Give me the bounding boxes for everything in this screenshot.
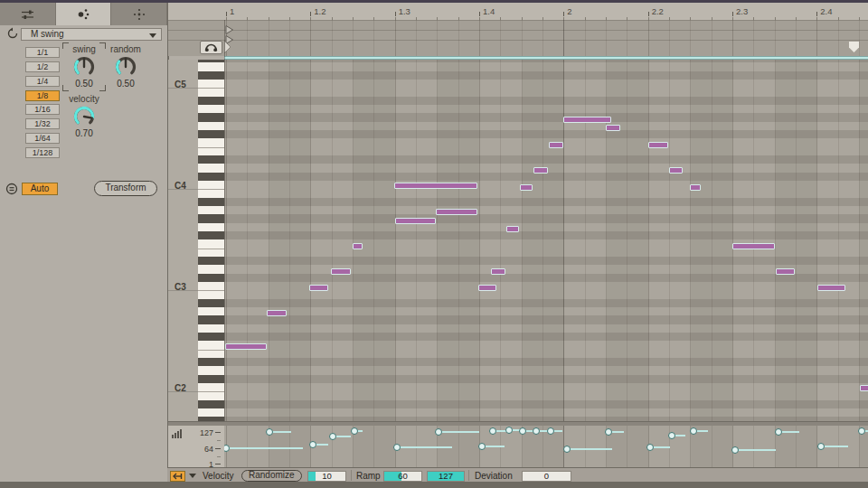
grid-rate-1-16[interactable]: 1/16 xyxy=(25,104,60,115)
midi-note[interactable] xyxy=(309,285,328,291)
piano-key-black[interactable] xyxy=(198,155,224,164)
loop-start-marker[interactable] xyxy=(224,41,231,57)
lane-select-dropdown[interactable] xyxy=(189,474,196,478)
velocity-marker[interactable] xyxy=(266,428,273,436)
velocity-marker[interactable] xyxy=(224,445,230,452)
piano-key-black[interactable] xyxy=(198,333,224,341)
tool-reset-icon[interactable] xyxy=(6,27,19,43)
auto-seed-icon[interactable] xyxy=(5,183,18,199)
scrub-loop-area[interactable] xyxy=(168,20,868,56)
velocity-marker[interactable] xyxy=(646,444,654,451)
transform-button[interactable]: Transform xyxy=(94,181,157,196)
midi-note[interactable] xyxy=(860,385,868,391)
midi-note[interactable] xyxy=(353,243,363,249)
midi-note[interactable] xyxy=(648,142,668,148)
velocity-marker[interactable] xyxy=(563,446,571,453)
midi-note[interactable] xyxy=(478,285,496,291)
piano-key-black[interactable] xyxy=(198,60,224,62)
velocity-marker[interactable] xyxy=(668,432,675,439)
randomize-amount-field[interactable]: 10 xyxy=(307,471,346,482)
midi-note[interactable] xyxy=(331,268,351,275)
midi-note[interactable] xyxy=(491,268,505,275)
midi-note[interactable] xyxy=(436,209,477,215)
velocity-marker[interactable] xyxy=(435,428,442,436)
transform-tool-row: M swing xyxy=(0,27,167,42)
knob-random[interactable]: random 0.50 xyxy=(100,44,151,89)
midi-note[interactable] xyxy=(817,285,845,291)
piano-key-black[interactable] xyxy=(198,97,224,105)
piano-key-black[interactable] xyxy=(198,274,224,282)
velocity-marker[interactable] xyxy=(351,427,358,435)
preview-headphone-button[interactable] xyxy=(200,41,222,54)
velocity-marker[interactable] xyxy=(393,444,401,451)
velocity-marker[interactable] xyxy=(690,427,697,435)
piano-key-black[interactable] xyxy=(198,400,224,408)
auto-button[interactable]: Auto xyxy=(22,183,58,195)
midi-note[interactable] xyxy=(732,243,775,249)
velocity-marker[interactable] xyxy=(329,433,336,440)
velocity-marker[interactable] xyxy=(547,427,554,435)
piano-key-black[interactable] xyxy=(198,198,224,206)
grid-rate-1-4[interactable]: 1/4 xyxy=(25,76,60,87)
velocity-lane[interactable] xyxy=(224,426,868,467)
piano-key-black[interactable] xyxy=(198,113,224,121)
grid-rate-1-1[interactable]: 1/1 xyxy=(25,47,60,58)
midi-note[interactable] xyxy=(267,310,287,316)
piano-key-black[interactable] xyxy=(198,214,224,222)
midi-note[interactable] xyxy=(669,167,683,174)
tab-generate[interactable] xyxy=(111,3,167,25)
deviation-field[interactable]: 0 xyxy=(522,471,571,482)
piano-keyboard[interactable] xyxy=(198,60,224,421)
ramp-to-field[interactable]: 127 xyxy=(427,471,465,482)
gridline xyxy=(269,60,269,421)
midi-note[interactable] xyxy=(690,184,701,191)
knob-velocity[interactable]: velocity 0.70 xyxy=(59,94,109,139)
grid-rate-1-2[interactable]: 1/2 xyxy=(25,61,60,72)
velocity-marker[interactable] xyxy=(605,428,612,436)
velocity-marker[interactable] xyxy=(533,427,540,435)
piano-key-black[interactable] xyxy=(198,358,224,366)
piano-key-black[interactable] xyxy=(198,315,224,324)
velocity-marker[interactable] xyxy=(309,441,316,448)
velocity-marker[interactable] xyxy=(731,446,739,454)
velocity-marker[interactable] xyxy=(505,427,513,434)
midi-note[interactable] xyxy=(776,268,795,275)
randomize-button[interactable]: Randomize xyxy=(241,470,302,482)
piano-key-black[interactable] xyxy=(198,375,224,383)
piano-key-black[interactable] xyxy=(198,71,224,80)
knob-velocity-dial[interactable] xyxy=(59,105,109,128)
midi-note[interactable] xyxy=(395,218,436,224)
knob-random-dial[interactable] xyxy=(100,55,151,79)
gridline xyxy=(648,60,649,421)
lane-fold-button[interactable] xyxy=(170,471,185,482)
velocity-marker[interactable] xyxy=(775,428,782,436)
tab-clip[interactable] xyxy=(0,3,56,25)
piano-key-black[interactable] xyxy=(198,299,224,307)
piano-key-black[interactable] xyxy=(198,231,224,239)
midi-note[interactable] xyxy=(549,142,563,148)
grid-rate-1-128[interactable]: 1/128 xyxy=(25,147,60,158)
piano-key-black[interactable] xyxy=(198,130,224,138)
tab-transform[interactable] xyxy=(56,3,112,25)
grid-rate-1-64[interactable]: 1/64 xyxy=(25,133,60,144)
beat-ruler[interactable]: 11.21.31.422.22.32.4 xyxy=(168,3,868,20)
velocity-marker[interactable] xyxy=(478,443,486,450)
midi-note[interactable] xyxy=(606,125,620,131)
grid-rate-1-32[interactable]: 1/32 xyxy=(25,118,60,129)
grid-rate-1-8[interactable]: 1/8 xyxy=(25,90,60,101)
midi-note[interactable] xyxy=(520,184,533,191)
piano-key-black[interactable] xyxy=(198,257,224,265)
velocity-marker[interactable] xyxy=(519,427,526,435)
midi-note[interactable] xyxy=(506,226,519,232)
midi-note[interactable] xyxy=(533,167,548,174)
midi-note[interactable] xyxy=(394,183,477,189)
piano-key-black[interactable] xyxy=(198,173,224,181)
note-grid[interactable] xyxy=(224,60,868,421)
ramp-from-field[interactable]: 60 xyxy=(383,471,422,482)
midi-note[interactable] xyxy=(563,117,611,123)
velocity-marker[interactable] xyxy=(817,443,825,450)
transform-tool-select[interactable]: M swing xyxy=(21,28,162,41)
velocity-marker[interactable] xyxy=(489,427,496,435)
midi-note[interactable] xyxy=(225,343,267,350)
velocity-marker[interactable] xyxy=(858,427,865,435)
